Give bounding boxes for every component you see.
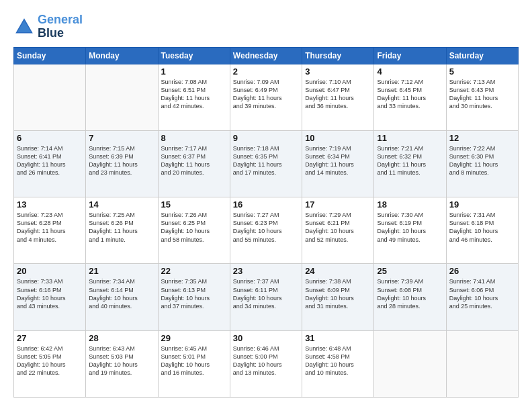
calendar-cell: 24Sunrise: 7:38 AM Sunset: 6:09 PM Dayli… <box>302 264 374 330</box>
day-info: Sunrise: 7:29 AM Sunset: 6:21 PM Dayligh… <box>305 211 371 244</box>
day-number: 9 <box>233 133 299 143</box>
day-number: 7 <box>89 133 154 143</box>
day-number: 12 <box>449 133 515 143</box>
calendar-cell: 8Sunrise: 7:17 AM Sunset: 6:37 PM Daylig… <box>158 130 230 197</box>
weekday-saturday: Saturday <box>446 47 518 64</box>
calendar-cell: 17Sunrise: 7:29 AM Sunset: 6:21 PM Dayli… <box>302 197 374 264</box>
day-info: Sunrise: 7:35 AM Sunset: 6:13 PM Dayligh… <box>161 277 227 310</box>
page: General Blue SundayMondayTuesdayWednesda… <box>0 0 532 411</box>
svg-marker-1 <box>17 20 32 32</box>
week-row-2: 6Sunrise: 7:14 AM Sunset: 6:41 PM Daylig… <box>14 130 519 197</box>
day-number: 6 <box>17 133 83 143</box>
day-number: 15 <box>161 199 227 210</box>
day-info: Sunrise: 7:38 AM Sunset: 6:09 PM Dayligh… <box>305 277 371 310</box>
day-info: Sunrise: 6:45 AM Sunset: 5:01 PM Dayligh… <box>161 345 227 377</box>
day-info: Sunrise: 7:08 AM Sunset: 6:51 PM Dayligh… <box>161 78 227 111</box>
day-number: 19 <box>449 199 515 210</box>
weekday-wednesday: Wednesday <box>230 47 302 64</box>
calendar-cell: 4Sunrise: 7:12 AM Sunset: 6:45 PM Daylig… <box>374 64 446 130</box>
calendar-cell: 22Sunrise: 7:35 AM Sunset: 6:13 PM Dayli… <box>158 264 230 330</box>
day-number: 5 <box>449 66 515 77</box>
day-number: 22 <box>161 266 227 276</box>
day-number: 29 <box>161 333 227 343</box>
calendar-cell: 25Sunrise: 7:39 AM Sunset: 6:08 PM Dayli… <box>374 264 446 330</box>
day-info: Sunrise: 7:33 AM Sunset: 6:16 PM Dayligh… <box>17 277 83 310</box>
calendar-cell: 14Sunrise: 7:25 AM Sunset: 6:26 PM Dayli… <box>86 197 158 264</box>
day-info: Sunrise: 6:42 AM Sunset: 5:05 PM Dayligh… <box>17 345 83 377</box>
day-number: 2 <box>233 66 299 77</box>
day-number: 20 <box>17 266 83 276</box>
logo-text: General Blue <box>38 13 83 40</box>
day-info: Sunrise: 7:14 AM Sunset: 6:41 PM Dayligh… <box>17 144 83 177</box>
day-number: 17 <box>305 199 371 210</box>
weekday-monday: Monday <box>86 47 158 64</box>
day-info: Sunrise: 7:17 AM Sunset: 6:37 PM Dayligh… <box>161 144 227 177</box>
calendar-cell: 7Sunrise: 7:15 AM Sunset: 6:39 PM Daylig… <box>86 130 158 197</box>
day-number: 26 <box>449 266 515 276</box>
day-info: Sunrise: 7:26 AM Sunset: 6:25 PM Dayligh… <box>161 211 227 244</box>
day-number: 27 <box>17 333 83 343</box>
day-info: Sunrise: 7:12 AM Sunset: 6:45 PM Dayligh… <box>377 78 443 111</box>
calendar-cell: 5Sunrise: 7:13 AM Sunset: 6:43 PM Daylig… <box>446 64 518 130</box>
logo-icon <box>13 16 35 38</box>
day-number: 13 <box>17 199 83 210</box>
calendar-cell: 11Sunrise: 7:21 AM Sunset: 6:32 PM Dayli… <box>374 130 446 197</box>
day-info: Sunrise: 7:23 AM Sunset: 6:28 PM Dayligh… <box>17 211 83 244</box>
day-number: 3 <box>305 66 371 77</box>
day-info: Sunrise: 7:21 AM Sunset: 6:32 PM Dayligh… <box>377 144 443 177</box>
day-info: Sunrise: 6:46 AM Sunset: 5:00 PM Dayligh… <box>233 345 299 377</box>
calendar-cell: 3Sunrise: 7:10 AM Sunset: 6:47 PM Daylig… <box>302 64 374 130</box>
day-number: 18 <box>377 199 443 210</box>
day-number: 4 <box>377 66 443 77</box>
day-info: Sunrise: 7:34 AM Sunset: 6:14 PM Dayligh… <box>89 277 154 310</box>
day-info: Sunrise: 7:15 AM Sunset: 6:39 PM Dayligh… <box>89 144 154 177</box>
calendar-cell: 12Sunrise: 7:22 AM Sunset: 6:30 PM Dayli… <box>446 130 518 197</box>
day-info: Sunrise: 7:22 AM Sunset: 6:30 PM Dayligh… <box>449 144 515 177</box>
day-number: 31 <box>305 333 371 343</box>
day-info: Sunrise: 7:25 AM Sunset: 6:26 PM Dayligh… <box>89 211 154 244</box>
weekday-sunday: Sunday <box>14 47 86 64</box>
day-number: 24 <box>305 266 371 276</box>
day-number: 8 <box>161 133 227 143</box>
calendar-cell: 2Sunrise: 7:09 AM Sunset: 6:49 PM Daylig… <box>230 64 302 130</box>
day-number: 25 <box>377 266 443 276</box>
day-info: Sunrise: 7:18 AM Sunset: 6:35 PM Dayligh… <box>233 144 299 177</box>
day-info: Sunrise: 7:19 AM Sunset: 6:34 PM Dayligh… <box>305 144 371 177</box>
calendar-cell: 16Sunrise: 7:27 AM Sunset: 6:23 PM Dayli… <box>230 197 302 264</box>
calendar-cell: 9Sunrise: 7:18 AM Sunset: 6:35 PM Daylig… <box>230 130 302 197</box>
day-info: Sunrise: 7:30 AM Sunset: 6:19 PM Dayligh… <box>377 211 443 244</box>
calendar-cell: 21Sunrise: 7:34 AM Sunset: 6:14 PM Dayli… <box>86 264 158 330</box>
calendar-table: SundayMondayTuesdayWednesdayThursdayFrid… <box>13 47 519 398</box>
calendar-cell: 6Sunrise: 7:14 AM Sunset: 6:41 PM Daylig… <box>14 130 86 197</box>
calendar-cell <box>14 64 86 130</box>
day-number: 23 <box>233 266 299 276</box>
week-row-3: 13Sunrise: 7:23 AM Sunset: 6:28 PM Dayli… <box>14 197 519 264</box>
day-number: 14 <box>89 199 154 210</box>
day-number: 21 <box>89 266 154 276</box>
calendar-cell: 18Sunrise: 7:30 AM Sunset: 6:19 PM Dayli… <box>374 197 446 264</box>
day-info: Sunrise: 7:27 AM Sunset: 6:23 PM Dayligh… <box>233 211 299 244</box>
weekday-header-row: SundayMondayTuesdayWednesdayThursdayFrid… <box>14 47 519 64</box>
day-info: Sunrise: 7:37 AM Sunset: 6:11 PM Dayligh… <box>233 277 299 310</box>
day-number: 16 <box>233 199 299 210</box>
calendar-cell: 27Sunrise: 6:42 AM Sunset: 5:05 PM Dayli… <box>14 330 86 397</box>
calendar-cell: 10Sunrise: 7:19 AM Sunset: 6:34 PM Dayli… <box>302 130 374 197</box>
day-info: Sunrise: 7:39 AM Sunset: 6:08 PM Dayligh… <box>377 277 443 310</box>
calendar-cell: 23Sunrise: 7:37 AM Sunset: 6:11 PM Dayli… <box>230 264 302 330</box>
day-info: Sunrise: 7:31 AM Sunset: 6:18 PM Dayligh… <box>449 211 515 244</box>
calendar-cell: 20Sunrise: 7:33 AM Sunset: 6:16 PM Dayli… <box>14 264 86 330</box>
calendar-cell: 30Sunrise: 6:46 AM Sunset: 5:00 PM Dayli… <box>230 330 302 397</box>
weekday-tuesday: Tuesday <box>158 47 230 64</box>
calendar-cell: 28Sunrise: 6:43 AM Sunset: 5:03 PM Dayli… <box>86 330 158 397</box>
day-number: 1 <box>161 66 227 77</box>
calendar-cell: 26Sunrise: 7:41 AM Sunset: 6:06 PM Dayli… <box>446 264 518 330</box>
calendar-cell <box>446 330 518 397</box>
calendar-cell: 1Sunrise: 7:08 AM Sunset: 6:51 PM Daylig… <box>158 64 230 130</box>
day-info: Sunrise: 6:48 AM Sunset: 4:58 PM Dayligh… <box>305 345 371 377</box>
calendar-cell: 31Sunrise: 6:48 AM Sunset: 4:58 PM Dayli… <box>302 330 374 397</box>
weekday-friday: Friday <box>374 47 446 64</box>
calendar-cell: 29Sunrise: 6:45 AM Sunset: 5:01 PM Dayli… <box>158 330 230 397</box>
day-info: Sunrise: 7:09 AM Sunset: 6:49 PM Dayligh… <box>233 78 299 111</box>
header: General Blue <box>13 13 519 40</box>
week-row-4: 20Sunrise: 7:33 AM Sunset: 6:16 PM Dayli… <box>14 264 519 330</box>
